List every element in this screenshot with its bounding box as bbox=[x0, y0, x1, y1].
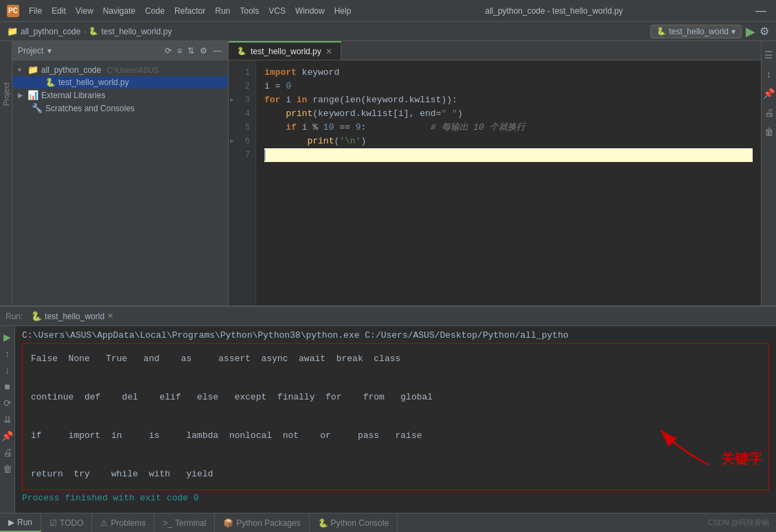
todo-tab-text: TODO bbox=[60, 518, 83, 528]
gear-icon[interactable]: ⚙ bbox=[198, 46, 209, 56]
code-content[interactable]: import keyword i = 0 for i in range(len(… bbox=[256, 60, 761, 305]
bottom-tab-python-console[interactable]: 🐍 Python Console bbox=[310, 513, 398, 532]
run-config-icon: 🐍 bbox=[657, 27, 666, 36]
structure-icon-3[interactable]: 📌 bbox=[763, 85, 775, 102]
code-editor: 1 2 3 4 5 6 7 import keyword i = 0 for i… bbox=[229, 60, 761, 305]
ext-libs-label: External Libraries bbox=[41, 91, 105, 100]
app-logo: PC bbox=[7, 5, 19, 17]
python-packages-tab-text: Python Packages bbox=[236, 518, 300, 528]
run-down-btn[interactable]: ↓ bbox=[5, 363, 10, 377]
menu-tools[interactable]: Tools bbox=[236, 5, 263, 17]
output-line-2 bbox=[31, 369, 760, 388]
bottom-area: Run: 🐍 test_hello_world ✕ ▶ ↑ ↓ ■ ⟳ ⇊ 📌 … bbox=[0, 305, 776, 532]
breadcrumb-file[interactable]: 🐍 test_hello_world.py bbox=[89, 27, 172, 36]
output-line-4 bbox=[31, 407, 760, 426]
todo-icon: ☑ bbox=[49, 518, 57, 528]
run-pin-btn[interactable]: 📌 bbox=[1, 429, 13, 443]
project-tree: ▾ 📁 all_python_code C:\Users\ASUS 🐍 test… bbox=[12, 60, 228, 305]
tree-item-scratches[interactable]: 🔧 Scratches and Consoles bbox=[12, 102, 228, 115]
bottom-tab-run[interactable]: ▶ Run bbox=[0, 513, 41, 532]
breadcrumb-project-label: all_python_code bbox=[21, 27, 80, 36]
run-clear-btn[interactable]: 🗑 bbox=[3, 462, 12, 476]
title-bar: PC File Edit View Navigate Code Refactor… bbox=[0, 0, 776, 22]
ext-libs-icon: 📊 bbox=[27, 90, 38, 100]
editor-tab-file[interactable]: 🐍 test_hello_world.py ✕ bbox=[229, 41, 341, 60]
menu-bar[interactable]: File Edit View Navigate Code Refactor Ru… bbox=[25, 5, 355, 17]
run-config-dropdown-icon: ▾ bbox=[731, 27, 735, 36]
tree-item-external-libs[interactable]: ▶ 📊 External Libraries bbox=[12, 89, 228, 102]
code-line-2: i = 0 bbox=[264, 80, 753, 93]
menu-code[interactable]: Code bbox=[141, 5, 169, 17]
python-file-icon: 🐍 bbox=[89, 27, 98, 36]
run-tab[interactable]: 🐍 test_hello_world ✕ bbox=[28, 311, 116, 321]
folder-icon: 📁 bbox=[27, 65, 38, 75]
collapse-btn[interactable]: ≡ bbox=[176, 46, 183, 56]
code-line-5: if i % 10 == 9: # 每输出 10 个就换行 bbox=[264, 121, 753, 135]
breadcrumb-file-label: test_hello_world.py bbox=[101, 27, 172, 36]
bottom-tab-terminal[interactable]: >_ Terminal bbox=[155, 513, 215, 532]
structure-icon-5[interactable]: 🗑 bbox=[764, 124, 774, 140]
tab-close-btn[interactable]: ✕ bbox=[326, 47, 332, 56]
run-output-wrapper: C:\Users\ASUS\AppData\Local\Programs\Pyt… bbox=[15, 326, 776, 513]
line-4: 4 bbox=[229, 107, 255, 121]
project-panel-dropdown[interactable]: ▾ bbox=[47, 46, 52, 56]
menu-refactor[interactable]: Refactor bbox=[170, 5, 209, 17]
menu-view[interactable]: View bbox=[71, 5, 98, 17]
run-config-selector[interactable]: 🐍 test_hello_world ▾ bbox=[650, 25, 742, 38]
scratches-label: Scratches and Consoles bbox=[45, 104, 135, 113]
bottom-tab-python-packages[interactable]: 📦 Python Packages bbox=[215, 513, 309, 532]
structure-icon-2[interactable]: ↕ bbox=[766, 66, 771, 82]
structure-icon-1[interactable]: ☰ bbox=[764, 47, 773, 63]
run-sidebar: ▶ ↑ ↓ ■ ⟳ ⇊ 📌 🖨 🗑 bbox=[0, 326, 15, 513]
problems-tab-text: Problems bbox=[111, 518, 146, 528]
run-tab-play-icon: 🐍 bbox=[31, 311, 42, 321]
menu-file[interactable]: File bbox=[25, 5, 46, 17]
close-panel-btn[interactable]: — bbox=[212, 46, 222, 56]
structure-icon-4[interactable]: 🖨 bbox=[764, 104, 774, 121]
code-line-6: print('\n') bbox=[264, 135, 753, 148]
root-folder-path: C:\Users\ASUS bbox=[106, 66, 159, 74]
line-1: 1 bbox=[229, 66, 255, 80]
terminal-icon: >_ bbox=[163, 518, 172, 528]
output-line-6 bbox=[31, 446, 760, 465]
code-line-4: print(keyword.kwlist[i], end=" ") bbox=[264, 107, 753, 121]
project-vertical-label[interactable]: Project bbox=[2, 82, 10, 106]
bottom-tab-problems[interactable]: ⚠ Problems bbox=[92, 513, 155, 532]
code-line-7[interactable] bbox=[264, 148, 753, 162]
run-config-label: test_hello_world bbox=[669, 27, 729, 36]
scratches-icon: 🔧 bbox=[32, 103, 43, 113]
bottom-right-credit: CSDN @码辣香锅 bbox=[708, 518, 776, 528]
run-content: ▶ ↑ ↓ ■ ⟳ ⇊ 📌 🖨 🗑 C:\Users\ASUS\AppData\… bbox=[0, 326, 776, 513]
run-label: Run: bbox=[5, 312, 23, 321]
line-3: 3 bbox=[229, 93, 255, 107]
run-play-btn[interactable]: ▶ bbox=[3, 330, 11, 344]
menu-help[interactable]: Help bbox=[330, 5, 356, 17]
tree-item-file[interactable]: 🐍 test_hello_world.py bbox=[12, 76, 228, 89]
file-label: test_hello_world.py bbox=[58, 78, 129, 87]
bottom-tab-todo[interactable]: ☑ TODO bbox=[41, 513, 92, 532]
run-print-btn[interactable]: 🖨 bbox=[3, 446, 12, 459]
settings-button[interactable]: ⚙ bbox=[760, 25, 769, 38]
run-rerun-btn[interactable]: ⟳ bbox=[3, 396, 12, 410]
sync-btn[interactable]: ⟳ bbox=[163, 46, 173, 56]
menu-vcs[interactable]: VCS bbox=[264, 5, 290, 17]
minimize-btn[interactable]: — bbox=[753, 5, 769, 17]
menu-window[interactable]: Window bbox=[291, 5, 329, 17]
menu-edit[interactable]: Edit bbox=[47, 5, 70, 17]
tree-item-root[interactable]: ▾ 📁 all_python_code C:\Users\ASUS bbox=[12, 63, 228, 76]
run-tab-close-btn[interactable]: ✕ bbox=[107, 312, 113, 321]
terminal-tab-text: Terminal bbox=[175, 518, 206, 528]
run-output[interactable]: C:\Users\ASUS\AppData\Local\Programs\Pyt… bbox=[15, 326, 776, 513]
run-up-btn[interactable]: ↑ bbox=[5, 347, 10, 360]
run-button[interactable]: ▶ bbox=[746, 24, 755, 39]
breadcrumb-project[interactable]: 📁 all_python_code bbox=[7, 26, 80, 36]
menu-run[interactable]: Run bbox=[211, 5, 234, 17]
menu-navigate[interactable]: Navigate bbox=[99, 5, 139, 17]
run-stop-btn[interactable]: ■ bbox=[4, 380, 10, 393]
run-scroll-btn[interactable]: ⇊ bbox=[3, 413, 12, 426]
run-tab-text: Run bbox=[17, 518, 32, 527]
window-controls: — bbox=[753, 5, 769, 17]
code-line-3: for i in range(len(keyword.kwlist)): bbox=[264, 93, 753, 107]
sort-btn[interactable]: ⇅ bbox=[186, 46, 196, 56]
window-title: all_python_code - test_hello_world.py bbox=[361, 6, 747, 16]
